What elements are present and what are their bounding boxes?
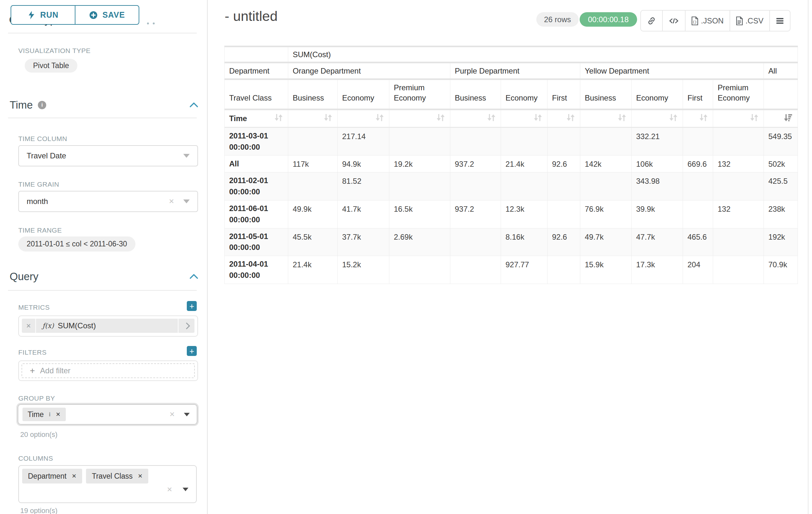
sort-button[interactable] — [389, 109, 450, 127]
sort-button[interactable] — [713, 109, 764, 127]
value-cell — [389, 172, 450, 200]
value-cell: 41.7k — [338, 200, 389, 228]
value-cell — [580, 172, 632, 200]
visualization-type-label: VISUALIZATION TYPE — [18, 47, 90, 55]
divider — [8, 117, 197, 118]
sort-icon — [375, 113, 384, 124]
col-group-header: Orange Department — [288, 63, 450, 79]
remove-tag-icon[interactable]: ✕ — [71, 472, 77, 480]
add-filter-plus-button[interactable]: + — [187, 346, 197, 356]
sort-button[interactable] — [288, 109, 338, 127]
sort-button[interactable] — [683, 109, 713, 127]
value-cell: 343.98 — [632, 172, 683, 200]
clear-icon[interactable]: ✕ — [169, 197, 174, 205]
sort-button[interactable] — [580, 109, 632, 127]
time-grain-select[interactable]: month ✕ — [18, 191, 198, 212]
value-cell — [548, 256, 580, 284]
value-cell: 92.6 — [548, 156, 580, 172]
time-column-select[interactable]: Travel Date — [18, 145, 198, 166]
add-metric-button[interactable]: + — [187, 301, 197, 311]
value-cell — [713, 172, 764, 200]
value-cell: 142k — [580, 156, 632, 172]
superset-explore-view: Chart Type RUN SAVE VISUALIZATION TYPE P — [0, 0, 812, 514]
value-cell — [683, 172, 713, 200]
clear-icon[interactable]: ✕ — [169, 410, 175, 418]
travel-class-header-row: Travel Class BusinessEconomyPremium Econ… — [225, 79, 798, 110]
value-cell: 39.9k — [632, 200, 683, 228]
sort-icon — [617, 113, 627, 124]
value-cell: 92.6 — [548, 228, 580, 256]
value-cell: 937.2 — [450, 156, 501, 172]
sort-button[interactable] — [632, 109, 683, 127]
value-cell: 12.3k — [501, 200, 548, 228]
query-actions: RUN SAVE — [10, 5, 139, 25]
embed-code-button[interactable] — [662, 10, 685, 31]
export-csv-button[interactable]: .CSV — [729, 10, 769, 31]
sort-icon — [274, 113, 283, 124]
expand-metric-button[interactable] — [178, 319, 195, 333]
value-cell: 81.52 — [338, 172, 389, 200]
sort-button-total[interactable] — [764, 109, 798, 127]
remove-tag-icon[interactable]: ✕ — [56, 411, 61, 418]
chevron-up-icon[interactable] — [189, 273, 199, 280]
columns-tag-travel-class[interactable]: Travel Class ✕ — [86, 469, 148, 484]
add-filter-button[interactable]: + Add filter — [22, 363, 195, 378]
col-header: First — [683, 79, 713, 110]
time-section-header: Time i — [10, 99, 46, 111]
sort-icon — [533, 113, 543, 124]
row-label: 2011-03-01 00:00:00 — [225, 127, 288, 156]
time-range-value[interactable]: 2011-01-01 ≤ col < 2011-06-30 — [18, 237, 136, 251]
columns-select[interactable]: Department ✕ Travel Class ✕ ✕ — [18, 465, 197, 503]
sort-button[interactable] — [548, 109, 580, 127]
caret-down-icon — [184, 413, 190, 416]
group-by-select[interactable]: Time i ✕ ✕ — [18, 404, 197, 425]
caret-down-icon — [183, 199, 190, 204]
clear-icon[interactable]: ✕ — [167, 486, 172, 493]
query-timer-badge: 00:00:00.18 — [580, 12, 637, 27]
col-header: Economy — [501, 79, 548, 110]
value-cell — [713, 127, 764, 156]
value-cell — [288, 172, 338, 200]
run-button[interactable]: RUN — [11, 6, 75, 24]
scrollbar-track[interactable] — [808, 0, 809, 514]
sort-button[interactable] — [450, 109, 501, 127]
metrics-box: ✕ ƒ(x) SUM(Cost) — [18, 316, 198, 337]
visualization-type-value[interactable]: Pivot Table — [25, 59, 77, 73]
metric-name: SUM(Cost) — [58, 321, 96, 330]
chart-title[interactable]: - untitled — [225, 8, 278, 24]
chart-type-panel-icon — [153, 23, 155, 24]
share-link-button[interactable] — [641, 10, 662, 31]
value-cell — [501, 127, 548, 156]
export-json-button[interactable]: {} .JSON — [685, 10, 729, 31]
metric-chip[interactable]: ✕ ƒ(x) SUM(Cost) — [22, 319, 195, 333]
value-cell: 937.2 — [450, 200, 501, 228]
remove-metric-button[interactable]: ✕ — [22, 319, 36, 333]
columns-tag-department[interactable]: Department ✕ — [22, 469, 82, 484]
pivot-table: SUM(Cost) Department Orange DepartmentPu… — [224, 46, 798, 284]
value-cell: 8.16k — [501, 228, 548, 256]
value-cell: 106k — [632, 156, 683, 172]
group-by-tag-time[interactable]: Time i ✕ — [23, 408, 66, 421]
sort-button[interactable] — [501, 109, 548, 127]
value-cell — [450, 228, 501, 256]
value-cell: 2.69k — [389, 228, 450, 256]
sort-button-time[interactable]: Time — [225, 109, 288, 127]
remove-tag-icon[interactable]: ✕ — [138, 472, 143, 480]
value-cell: 238k — [764, 200, 798, 228]
table-row: All117k94.9k19.2k937.221.4k92.6142k106k6… — [225, 156, 798, 172]
more-menu-button[interactable] — [769, 10, 790, 31]
save-button[interactable]: SAVE — [75, 6, 139, 24]
sort-button[interactable] — [338, 109, 389, 127]
sort-icon — [669, 113, 678, 124]
export-toolbar: {} .JSON .CSV — [640, 10, 790, 31]
value-cell: 132 — [713, 156, 764, 172]
chevron-up-icon[interactable] — [189, 102, 199, 109]
metrics-label: METRICS — [18, 304, 50, 311]
col-header: Premium Economy — [713, 79, 764, 110]
table-row: 2011-02-01 00:00:0081.52343.98425.5 — [225, 172, 798, 200]
value-cell: 19.2k — [389, 156, 450, 172]
col-header: Economy — [338, 79, 389, 110]
value-cell — [389, 127, 450, 156]
row-label: 2011-04-01 00:00:00 — [225, 256, 288, 284]
value-cell — [683, 127, 713, 156]
